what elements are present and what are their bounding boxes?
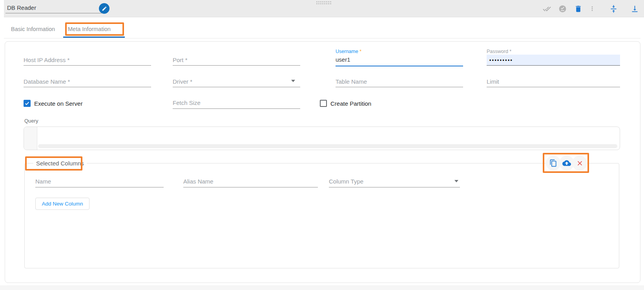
vertical-align-bottom-icon[interactable] [630,4,639,13]
table-name-field[interactable]: Table Name [336,78,367,85]
selected-columns-legend: Selected Columns [33,160,87,167]
edit-title-button[interactable] [99,3,109,14]
add-new-column-button[interactable]: Add New Column [35,198,89,210]
copy-columns-button[interactable] [546,156,561,171]
page-bottom-strip [0,285,644,290]
driver-dropdown-arrow-icon[interactable] [291,80,295,82]
limit-underline [487,87,620,87]
vertical-align-center-icon[interactable] [609,4,618,13]
query-editor[interactable] [24,127,620,150]
fetch-size-field[interactable]: Fetch Size [173,99,201,106]
driver-field[interactable]: Driver * [173,78,192,85]
column-name-field[interactable]: Name [35,178,51,185]
query-editor-hscrollbar[interactable] [38,144,617,148]
table-name-underline [336,87,463,87]
password-label: Password * [487,49,511,54]
password-underline [487,65,620,66]
port-underline [173,65,300,66]
database-name-underline [24,87,151,87]
username-field[interactable]: user1 [336,56,350,63]
tab-basic-information[interactable]: Basic Information [11,26,55,32]
header-toolbar [542,0,639,17]
column-alias-field[interactable]: Alias Name [183,178,213,185]
more-vert-icon[interactable] [587,4,597,13]
column-type-dropdown-arrow-icon[interactable] [454,180,458,182]
database-name-field[interactable]: Database Name * [24,78,70,85]
title-underline [5,13,102,13]
tab-meta-information[interactable]: Meta Information [68,26,111,32]
close-icon [576,160,584,167]
driver-underline [173,87,300,87]
execute-on-server-checkbox[interactable] [24,100,31,107]
column-type-underline [329,187,460,187]
limit-field[interactable]: Limit [487,78,499,85]
remove-columns-button[interactable] [572,156,587,171]
trash-icon[interactable] [573,4,583,13]
query-label: Query [24,118,38,124]
node-header: DB Reader [4,0,644,17]
create-partition-checkbox[interactable] [320,100,327,107]
cloud-upload-icon [562,159,571,167]
offline-pin-icon[interactable] [558,4,567,13]
tab-divider [4,38,640,39]
host-ip-underline [24,65,151,66]
copy-icon [549,159,557,167]
password-field[interactable]: ••••••••• [489,57,513,63]
node-title-input[interactable]: DB Reader [7,4,36,11]
pencil-icon [102,6,107,11]
drag-handle-icon[interactable] [316,1,331,4]
username-underline-focused [336,66,463,66]
column-type-field[interactable]: Column Type [329,178,363,185]
execute-on-server-label: Execute on Server [34,100,82,107]
column-alias-underline [183,187,318,187]
query-editor-gutter [24,127,37,150]
active-tab-indicator [63,37,125,38]
done-all-icon[interactable] [542,4,551,13]
selected-columns-section: Selected Columns [24,160,619,268]
column-name-underline [35,187,164,187]
host-ip-field[interactable]: Host IP Address * [24,57,69,63]
create-partition-label: Create Partition [330,100,371,107]
username-label: Username * [336,49,361,54]
port-field[interactable]: Port * [173,57,188,63]
fetch-size-underline [173,108,300,109]
